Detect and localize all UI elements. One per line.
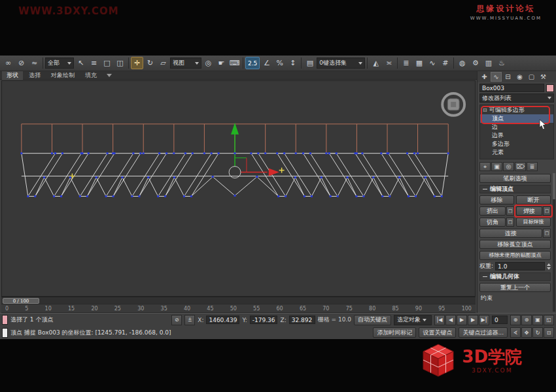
layer-manager-icon[interactable]: ≣ bbox=[400, 57, 412, 69]
render-production-icon[interactable]: ♨ bbox=[495, 57, 508, 69]
stack-item-editable-poly[interactable]: ⊟可编辑多边形 bbox=[480, 106, 553, 114]
ribbon-toggle-icon[interactable]: ▦ bbox=[413, 57, 425, 69]
time-slider-handle[interactable]: 0 / 100 bbox=[3, 298, 39, 304]
ribbon-minimize-icon[interactable] bbox=[107, 74, 112, 77]
zoom-extents-icon[interactable]: ▣ bbox=[532, 315, 543, 325]
select-move-icon[interactable]: ✛ bbox=[131, 57, 143, 69]
mirror-icon[interactable]: ◭ bbox=[370, 57, 382, 69]
angle-snap-icon[interactable]: ∠ bbox=[260, 57, 273, 69]
extrude-button[interactable]: 挤出 bbox=[479, 206, 506, 216]
curve-editor-icon[interactable]: ∿ bbox=[426, 57, 438, 69]
hierarchy-tab-icon[interactable]: ⊟ bbox=[502, 72, 513, 82]
edit-named-sets-icon[interactable]: ▤ bbox=[304, 57, 316, 69]
viewport[interactable] bbox=[1, 80, 476, 297]
motion-tab-icon[interactable]: ◉ bbox=[514, 72, 525, 82]
zoom-icon[interactable]: ⊕ bbox=[510, 315, 521, 325]
time-slider-track[interactable]: 0 / 100 bbox=[1, 297, 476, 304]
selection-region-icon[interactable]: □ bbox=[101, 57, 113, 69]
break-button[interactable]: 断开 bbox=[516, 195, 551, 204]
pan-icon[interactable]: ✥ bbox=[521, 327, 532, 338]
weight-spinner[interactable] bbox=[547, 263, 551, 270]
go-to-end-button[interactable]: ▶| bbox=[479, 315, 489, 325]
x-coordinate-field[interactable]: 1460.439 bbox=[206, 316, 239, 324]
y-coordinate-field[interactable]: -179.36 bbox=[250, 316, 278, 324]
configure-modifier-sets-icon[interactable]: ≣ bbox=[527, 162, 538, 171]
key-filters-button[interactable]: 关键点过滤器... bbox=[459, 327, 508, 338]
add-time-tag-button[interactable]: 添加时间标记 bbox=[373, 327, 416, 338]
select-by-name-icon[interactable]: ≡ bbox=[88, 57, 100, 69]
rendered-frame-icon[interactable]: ▥ bbox=[482, 57, 495, 69]
repeat-last-button[interactable]: 重复上一个 bbox=[479, 283, 551, 292]
ribbon-tab-populate[interactable]: 填充 bbox=[80, 71, 101, 80]
make-unique-icon[interactable]: ◎ bbox=[503, 162, 514, 171]
ribbon-tab-shapes[interactable]: 形状 bbox=[2, 71, 23, 80]
chamfer-settings-icon[interactable]: □ bbox=[506, 218, 514, 227]
panel-scrollbar[interactable] bbox=[553, 173, 555, 312]
bind-spacewarp-icon[interactable]: ≈ bbox=[28, 57, 41, 69]
brush-options-button[interactable]: 笔刷选项 bbox=[479, 174, 551, 183]
chamfer-button[interactable]: 切角 bbox=[479, 218, 506, 227]
remove-button[interactable]: 移除 bbox=[479, 195, 514, 204]
z-coordinate-field[interactable]: 32.892 bbox=[289, 316, 315, 324]
pin-stack-icon[interactable]: ⌖ bbox=[479, 162, 491, 171]
render-setup-icon[interactable]: ⚙ bbox=[469, 57, 481, 69]
absolute-offset-icon[interactable]: ± bbox=[184, 315, 195, 325]
show-end-result-icon[interactable]: ▣ bbox=[491, 162, 502, 171]
play-button[interactable]: ▶ bbox=[457, 315, 467, 325]
rollout-edit-geometry[interactable]: 编辑几何体 bbox=[479, 272, 551, 281]
connect-settings-icon[interactable]: □ bbox=[543, 229, 551, 238]
maximize-viewport-icon[interactable]: ⊡ bbox=[544, 327, 554, 338]
keyboard-override-icon[interactable]: ⌨ bbox=[228, 57, 241, 69]
track-bar[interactable]: 0510152025303540455055606570758085909510… bbox=[1, 304, 476, 313]
remove-isolated-vertices-button[interactable]: 移除孤立顶点 bbox=[479, 240, 551, 249]
spinner-snap-icon[interactable]: ↕ bbox=[287, 57, 299, 69]
fov-icon[interactable]: ∢ bbox=[510, 327, 521, 338]
utilities-tab-icon[interactable]: ⚒ bbox=[538, 72, 549, 82]
weld-button[interactable]: 焊接 bbox=[516, 206, 542, 216]
stack-item-element[interactable]: 元素 bbox=[480, 148, 553, 157]
unlink-icon[interactable]: ⊘ bbox=[15, 57, 27, 69]
align-icon[interactable]: ≍ bbox=[383, 57, 395, 69]
select-link-icon[interactable]: ∞ bbox=[2, 57, 14, 69]
selection-lock-icon[interactable]: ⊘ bbox=[171, 315, 182, 325]
percent-snap-icon[interactable]: % bbox=[273, 57, 286, 69]
connect-button[interactable]: 连接 bbox=[479, 229, 542, 238]
material-editor-icon[interactable]: ◍ bbox=[456, 57, 468, 69]
go-to-start-button[interactable]: |◀ bbox=[434, 315, 445, 325]
selection-set-dropdown[interactable]: 选定对象 bbox=[394, 315, 432, 325]
reference-coordinate-dropdown[interactable]: 视图 bbox=[170, 57, 201, 69]
stack-item-polygon[interactable]: 多边形 bbox=[480, 140, 553, 148]
weight-field[interactable]: 1.0 bbox=[495, 262, 545, 270]
selection-filter-dropdown[interactable]: 全部 bbox=[45, 57, 74, 69]
rollout-edit-vertices[interactable]: 编辑顶点 bbox=[479, 185, 551, 193]
select-object-icon[interactable]: ↖ bbox=[75, 57, 87, 69]
display-tab-icon[interactable]: ▢ bbox=[526, 72, 537, 82]
expand-icon[interactable]: ⊟ bbox=[483, 107, 487, 113]
weld-settings-icon[interactable]: □ bbox=[543, 206, 551, 216]
current-frame-field[interactable]: 0 bbox=[492, 316, 508, 324]
object-color-swatch[interactable] bbox=[546, 84, 554, 92]
wireframe-object[interactable] bbox=[2, 81, 475, 296]
extrude-settings-icon[interactable]: □ bbox=[506, 206, 514, 216]
create-tab-icon[interactable]: ✚ bbox=[479, 72, 490, 82]
named-sets-dropdown[interactable]: 0键选择集 bbox=[317, 57, 365, 69]
ribbon-tab-selection[interactable]: 选择 bbox=[24, 71, 45, 80]
previous-frame-button[interactable]: ◀ bbox=[445, 315, 456, 325]
auto-key-button[interactable]: 自动关键点 bbox=[354, 315, 391, 325]
object-name-field[interactable]: Box003 bbox=[479, 84, 544, 92]
stack-item-border[interactable]: 边界 bbox=[480, 131, 553, 140]
select-manipulate-icon[interactable]: ☛ bbox=[215, 57, 228, 69]
zoom-extents-all-icon[interactable]: ◱ bbox=[544, 315, 554, 325]
remove-modifier-icon[interactable]: ⌦ bbox=[515, 162, 526, 171]
modify-tab-icon[interactable]: ∿ bbox=[491, 72, 502, 82]
window-crossing-icon[interactable]: ◫ bbox=[114, 57, 126, 69]
set-key-button[interactable]: 设置关键点 bbox=[419, 327, 456, 338]
use-pivot-center-icon[interactable]: ◎ bbox=[202, 57, 215, 69]
snap-toggle-25-icon[interactable]: 2.5 bbox=[245, 57, 260, 69]
maxscript-mini-listener[interactable] bbox=[2, 315, 8, 325]
select-rotate-icon[interactable]: ↻ bbox=[144, 57, 156, 69]
ribbon-tab-object-paint[interactable]: 对象绘制 bbox=[46, 71, 79, 80]
modifier-list-dropdown[interactable]: 修改器列表 bbox=[479, 93, 554, 103]
select-scale-icon[interactable]: ▱ bbox=[157, 57, 169, 69]
zoom-all-icon[interactable]: ⊛ bbox=[521, 315, 532, 325]
